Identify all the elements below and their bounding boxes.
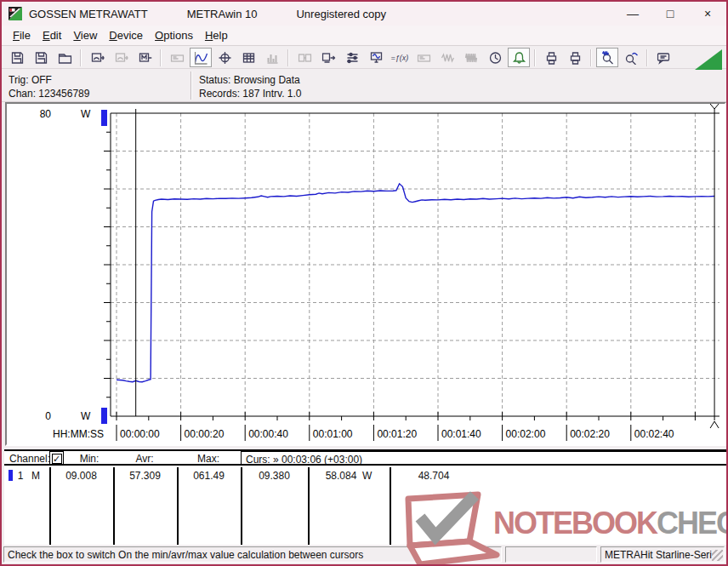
alarm-bell-button[interactable] <box>508 48 530 67</box>
connection-triangle-icon <box>695 49 722 70</box>
menu-help[interactable]: Help <box>199 27 234 43</box>
wave-dense-button <box>460 48 482 67</box>
info-bar: Trig: OFF Chan: 123456789 Status: Browsi… <box>2 70 726 102</box>
sliders-icon <box>345 51 360 65</box>
info-divider <box>191 71 192 100</box>
power-trace <box>117 184 714 382</box>
cross-icon <box>218 51 232 65</box>
print-button[interactable] <box>564 48 586 67</box>
cursor-2-top-caret-icon <box>710 104 719 109</box>
meterM-icon <box>138 51 152 65</box>
menu-bar: FileEditViewDeviceOptionsHelp <box>2 26 726 46</box>
save-data-button[interactable] <box>30 48 52 67</box>
chart-area[interactable]: 00:00:0000:00:2000:00:4000:01:0000:01:20… <box>5 102 726 446</box>
title-product: METRAwin 10 <box>187 8 258 20</box>
device-config-button <box>412 48 435 67</box>
cell-max: 061.49 <box>179 470 239 482</box>
x-axis-format-label: HH:MM:SS <box>53 428 104 440</box>
cursor-2-bottom-caret-icon <box>710 421 719 428</box>
print-preview-button[interactable] <box>540 48 562 67</box>
records-info: Records: 187 Intrv. 1.0 <box>199 87 302 100</box>
status-middle <box>505 546 597 563</box>
zoom-curve-button[interactable] <box>620 48 642 67</box>
formula-button[interactable]: =ƒ(x) <box>389 48 411 67</box>
floppy-icon <box>10 51 25 65</box>
toolbar-separator <box>534 49 536 66</box>
schedule-clock-button[interactable] <box>484 48 506 67</box>
browse-status: Status: Browsing Data <box>199 73 302 87</box>
channel-setup-button[interactable] <box>341 48 363 67</box>
y-max-label: 80 <box>40 108 52 120</box>
metrawin-window: GOSSEN METRAWATT METRAwin 10 Unregistere… <box>0 0 728 566</box>
bell-icon <box>512 51 526 65</box>
x-tick-label: 00:02:00 <box>506 428 546 440</box>
x-tick-label: 00:02:20 <box>570 428 610 440</box>
toolbar-separator <box>287 49 289 66</box>
save-report-button[interactable] <box>6 48 28 67</box>
data-transfer-button <box>293 48 316 67</box>
devsave-icon <box>321 51 336 65</box>
multimeter-display-button <box>166 48 188 67</box>
monitor-icon <box>369 51 384 65</box>
display-icon <box>417 51 431 65</box>
window-controls: — □ × <box>614 2 726 26</box>
annotation-button[interactable] <box>652 48 674 67</box>
minmax-checkbox-cell: ✓ <box>49 451 64 466</box>
x-tick-label: 00:00:20 <box>185 428 225 440</box>
app-icon <box>9 7 22 20</box>
toolbar-separator <box>590 49 592 66</box>
title-bar: GOSSEN METRAWATT METRAwin 10 Unregistere… <box>2 2 726 26</box>
device-name: METRAHit Starline-Seri <box>605 549 712 561</box>
x-tick-label: 00:01:20 <box>377 428 417 440</box>
wave2-icon <box>464 51 479 65</box>
wave-icon <box>441 51 455 65</box>
minimize-button[interactable]: — <box>614 2 651 26</box>
send-device-button <box>110 48 132 67</box>
cursor-crosshair-button[interactable] <box>213 48 236 67</box>
device-memory-button[interactable] <box>134 48 156 67</box>
transfer-icon <box>298 51 312 65</box>
channel-range-marker-top <box>101 110 107 126</box>
floppy-icon <box>34 51 48 65</box>
toolbar-separator <box>160 49 162 66</box>
menu-view[interactable]: View <box>67 27 103 43</box>
menu-file[interactable]: File <box>7 27 37 43</box>
clock-icon <box>488 51 503 65</box>
status-hint: Check the box to switch On the min/avr/m… <box>3 546 502 563</box>
maximize-button[interactable]: □ <box>651 2 689 26</box>
resize-grip[interactable] <box>712 550 723 561</box>
x-tick-label: 00:00:00 <box>120 428 160 440</box>
live-monitor-button[interactable] <box>365 48 387 67</box>
menu-device[interactable]: Device <box>103 27 149 43</box>
y-min-label: 0 <box>45 410 51 422</box>
channel-color-marker <box>9 470 13 481</box>
meter-icon <box>90 51 105 65</box>
display-icon <box>170 51 185 65</box>
value-table: Channel: ✓ Min: Avr: Max: Curs: » 00:03:… <box>4 449 727 546</box>
cell-avr: 57.309 <box>115 470 175 482</box>
zoomwave-icon <box>600 51 615 65</box>
toolbar-separator <box>646 49 648 66</box>
meter-icon <box>114 51 128 65</box>
zoom-signal-button[interactable] <box>596 48 618 67</box>
wave-sparse-button <box>436 48 458 67</box>
close-button[interactable]: × <box>689 2 726 26</box>
cell-mode: M <box>30 470 42 482</box>
menu-options[interactable]: Options <box>149 27 199 43</box>
header-cursor: Curs: » 00:03:06 (+03:00) <box>241 451 727 466</box>
x-tick-label: 00:02:40 <box>634 428 674 440</box>
power-chart[interactable]: 00:00:0000:00:2000:00:4000:01:0000:01:20… <box>7 104 725 443</box>
device-save-button[interactable] <box>317 48 339 67</box>
folder-icon <box>58 51 72 65</box>
toolbar: =ƒ(x) <box>2 47 726 69</box>
read-device-button[interactable] <box>86 48 108 67</box>
minmax-checkbox[interactable]: ✓ <box>52 454 62 464</box>
bubble-icon <box>657 51 671 65</box>
table-view-button[interactable] <box>237 48 259 67</box>
open-file-button[interactable] <box>54 48 76 67</box>
cell-cursor2: 58.084 W <box>310 470 388 482</box>
status-bar: Check the box to switch On the min/avr/m… <box>2 545 726 564</box>
cell-delta: 48.704 <box>391 470 476 482</box>
menu-edit[interactable]: Edit <box>37 27 67 43</box>
chart-view-button[interactable] <box>190 48 212 67</box>
